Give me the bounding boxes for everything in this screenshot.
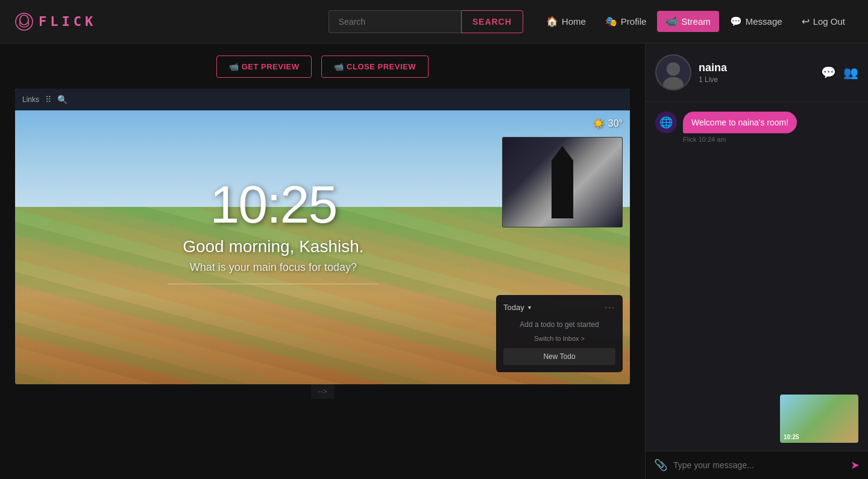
message-content: Welcome to naina's room! Flick 10:24 am <box>683 112 797 143</box>
search-button[interactable]: SEARCH <box>461 10 523 33</box>
clock-focus: What is your main focus for today? <box>168 261 379 274</box>
main-container: 📹 GET PREVIEW 📹 CLOSE PREVIEW Links ⠿ 🔍 … <box>0 43 868 479</box>
message-meta: Flick 10:24 am <box>683 136 797 143</box>
navbar: FLICK SEARCH 🏠 Home 🎭 Profile 📹 Stream 💬… <box>0 0 868 43</box>
chat-panel: naina 1 Live 💬 👥 🌐 Welcome to naina's ro… <box>645 43 868 479</box>
nav-label-stream: Stream <box>681 16 710 27</box>
streamer-actions: 💬 👥 <box>821 65 858 80</box>
message-avatar: 🌐 <box>655 112 677 133</box>
get-preview-button[interactable]: 📹 GET PREVIEW <box>216 56 312 78</box>
bottom-hint: --> <box>311 384 335 399</box>
message-icon: 💬 <box>730 16 742 27</box>
weather-widget: ☀️ 30° <box>593 118 623 129</box>
browser-tab: Links <box>22 95 39 104</box>
weather-icon: ☀️ <box>593 118 605 129</box>
svg-point-0 <box>16 13 33 30</box>
todo-widget: Today ▾ ··· Add a todo to get started Sw… <box>496 295 623 372</box>
clock-greeting: Good morning, Kashish. <box>168 237 379 256</box>
todo-title-row: Today ▾ <box>503 303 531 312</box>
chat-input-area: 📎 ➤ <box>646 451 868 479</box>
nav-item-profile[interactable]: 🎭 Profile <box>597 11 655 32</box>
chat-message: 🌐 Welcome to naina's room! Flick 10:24 a… <box>655 112 858 143</box>
todo-more-icon[interactable]: ··· <box>605 302 615 312</box>
globe-icon: 🌐 <box>659 116 673 129</box>
grid-icon[interactable]: ⠿ <box>45 95 51 104</box>
nav-item-message[interactable]: 💬 Message <box>722 11 791 32</box>
clock-divider <box>168 284 379 284</box>
stream-icon: 📹 <box>665 16 678 27</box>
message-bubble: Welcome to naina's room! <box>683 112 797 133</box>
chat-bubble-icon[interactable]: 💬 <box>821 65 836 80</box>
todo-title: Today <box>503 303 524 312</box>
search-input[interactable] <box>329 10 461 33</box>
nav-label-message: Message <box>746 16 782 27</box>
preview-buttons: 📹 GET PREVIEW 📹 CLOSE PREVIEW <box>216 56 429 78</box>
profile-icon: 🎭 <box>605 16 617 27</box>
nav-item-home[interactable]: 🏠 Home <box>538 11 594 32</box>
stream-area: 📹 GET PREVIEW 📹 CLOSE PREVIEW Links ⠿ 🔍 … <box>0 43 645 479</box>
search-area: SEARCH <box>329 10 523 33</box>
home-icon: 🏠 <box>546 16 558 27</box>
todo-switch-inbox[interactable]: Switch to Inbox > <box>503 335 615 342</box>
chat-input[interactable] <box>673 460 844 470</box>
screen-preview: Links ⠿ 🔍 ☀️ 30° 10:25 Good <box>15 89 630 384</box>
webcam-preview <box>502 137 623 227</box>
mini-thumbnail: 10:25 <box>780 395 858 443</box>
browser-search-icon[interactable]: 🔍 <box>57 95 68 104</box>
todo-new-button[interactable]: New Todo <box>503 348 615 365</box>
webcam-inner <box>503 138 622 227</box>
close-preview-button[interactable]: 📹 CLOSE PREVIEW <box>321 56 428 78</box>
todo-chevron-icon[interactable]: ▾ <box>528 304 531 311</box>
nav-item-logout[interactable]: ↩ Log Out <box>793 11 854 32</box>
logo: FLICK <box>14 12 96 31</box>
streamer-name: naina <box>699 62 814 74</box>
avatar-container <box>655 54 691 90</box>
temperature: 30° <box>608 118 623 129</box>
svg-point-5 <box>667 62 680 75</box>
nav-links: 🏠 Home 🎭 Profile 📹 Stream 💬 Message ↩ Lo… <box>538 11 854 32</box>
streamer-live-count: 1 Live <box>699 75 814 84</box>
streamer-info: naina 1 Live <box>699 62 814 84</box>
send-icon[interactable]: ➤ <box>851 458 860 472</box>
people-icon[interactable]: 👥 <box>843 65 858 80</box>
app-name: FLICK <box>39 14 96 29</box>
todo-empty-text: Add a todo to get started <box>503 319 615 330</box>
nav-label-logout: Log Out <box>813 16 845 27</box>
streamer-avatar <box>655 54 691 90</box>
logo-icon <box>14 12 34 31</box>
clock-overlay: 10:25 Good morning, Kashish. What is you… <box>168 178 379 284</box>
browser-bar: Links ⠿ 🔍 <box>15 89 630 110</box>
todo-header: Today ▾ ··· <box>503 302 615 312</box>
logout-icon: ↩ <box>802 16 810 27</box>
webcam-subject <box>544 146 580 218</box>
nav-label-profile: Profile <box>621 16 647 27</box>
nav-label-home: Home <box>562 16 586 27</box>
streamer-header: naina 1 Live 💬 👥 <box>646 43 868 102</box>
attach-icon[interactable]: 📎 <box>654 458 667 472</box>
nav-item-stream[interactable]: 📹 Stream <box>657 11 719 32</box>
clock-time: 10:25 <box>168 178 379 231</box>
svg-point-1 <box>20 15 28 25</box>
mini-thumb-time: 10:25 <box>784 434 799 440</box>
